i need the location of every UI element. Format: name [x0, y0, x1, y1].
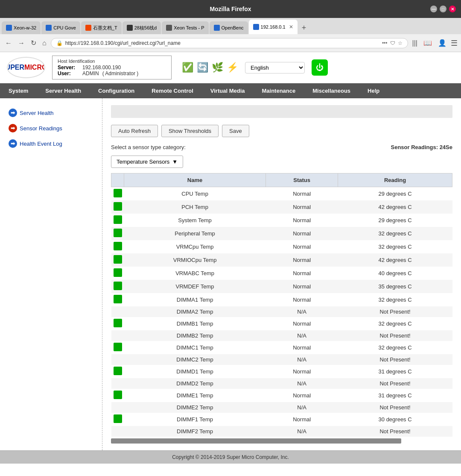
close-button[interactable]: ✕: [449, 6, 456, 12]
status-indicator-cell: [111, 280, 124, 293]
maximize-button[interactable]: □: [440, 6, 446, 12]
sensor-reading-cell: 32 degrees C: [338, 293, 452, 306]
sensor-status-cell: Normal: [266, 365, 338, 378]
forward-button[interactable]: →: [16, 38, 26, 48]
sensor-reading-cell: Not Present!: [338, 402, 452, 413]
sensor-name-cell: System Temp: [124, 214, 266, 227]
minimize-button[interactable]: —: [430, 6, 437, 12]
tab-label: Xeon Tests - P: [174, 25, 204, 30]
sidebar-item-health-event-log[interactable]: ➡ Health Event Log: [3, 136, 99, 151]
status-indicator-cell: [111, 240, 124, 253]
sidebar-label-health-event-log: Health Event Log: [20, 141, 62, 147]
tab-label: 石墨文档_T: [93, 25, 117, 31]
sensor-status-cell: N/A: [266, 306, 338, 317]
sensor-reading-cell: Not Present!: [338, 378, 452, 389]
tab-28core[interactable]: 28核56线d: [123, 21, 161, 34]
sensor-status-cell: Normal: [266, 413, 338, 426]
sidebar-item-sensor-readings[interactable]: ➡ Sensor Readings: [3, 120, 99, 136]
status-indicator-cell: [111, 330, 124, 341]
sidebar: ➡ Server Health ➡ Sensor Readings ➡ Heal…: [0, 98, 102, 450]
sensor-type-dropdown[interactable]: Temperature Sensors ▼: [111, 156, 183, 168]
sensor-status-cell: Normal: [266, 200, 338, 214]
status-indicator-cell: [111, 354, 124, 365]
user-label: User:: [58, 71, 79, 76]
sensor-name-cell: VRMABC Temp: [124, 267, 266, 280]
sensor-reading-cell: 42 degrees C: [338, 200, 452, 214]
address-input[interactable]: 🔒 https://192.168.0.190/cgi/url_redirect…: [51, 38, 408, 48]
status-indicator-cell: [111, 200, 124, 214]
hamburger-menu[interactable]: ☰: [451, 38, 458, 48]
sensor-name-cell: VRMDEF Temp: [124, 280, 266, 293]
sidebar-label-server-health: Server Health: [20, 110, 53, 116]
status-indicator-cell: [111, 402, 124, 413]
language-select[interactable]: English Japanese Chinese: [245, 62, 305, 73]
tab-shimo[interactable]: 石墨文档_T: [81, 21, 122, 34]
sensor-status-cell: Normal: [266, 341, 338, 354]
tab-favicon: [127, 25, 133, 31]
tab-xeon-w32[interactable]: Xeon-w-32: [2, 21, 41, 34]
status-green-indicator: [114, 282, 122, 290]
status-indicator-cell: [111, 378, 124, 389]
horizontal-scrollbar[interactable]: [111, 438, 401, 444]
table-row: VRMABC TempNormal40 degrees C: [111, 267, 452, 280]
nav-miscellaneous[interactable]: Miscellaneous: [304, 83, 359, 98]
tab-xeon-tests[interactable]: Xeon Tests - P: [162, 21, 208, 34]
tab-cpu-gove[interactable]: CPU Gove: [41, 21, 80, 34]
new-tab-button[interactable]: +: [298, 21, 310, 34]
back-button[interactable]: ←: [3, 38, 14, 48]
power-button[interactable]: ⏻: [312, 59, 328, 76]
power-orange-icon: ⚡: [227, 62, 238, 73]
reader-button[interactable]: 📖: [422, 38, 434, 48]
profile-button[interactable]: 👤: [436, 38, 448, 48]
reload-button[interactable]: ↻: [29, 38, 38, 48]
nav-virtual-media[interactable]: Virtual Media: [202, 83, 254, 98]
status-green-indicator: [114, 391, 122, 399]
host-id-title: Host Identification: [58, 59, 166, 64]
sensor-status-cell: Normal: [266, 187, 338, 201]
browser-titlebar: Mozilla Firefox — □ ✕: [0, 0, 461, 18]
status-indicator-cell: [111, 413, 124, 426]
status-green-indicator: [114, 255, 122, 264]
logo-text-super: SUPER: [7, 64, 24, 71]
sensor-name-cell: DIMMD2 Temp: [124, 378, 266, 389]
tab-192-168[interactable]: 192.168.0.1 ✕: [249, 20, 298, 34]
tab-label: CPU Gove: [53, 25, 76, 30]
sensor-category-row: Select a sensor type category: Sensor Re…: [111, 144, 452, 150]
browser-title: Mozilla Firefox: [210, 6, 251, 12]
dots-icon[interactable]: •••: [382, 40, 388, 46]
sidebar-icon-server-health: ➡: [9, 109, 17, 117]
sidebar-item-server-health[interactable]: ➡ Server Health: [3, 105, 99, 120]
sensor-status-cell: Normal: [266, 253, 338, 267]
nav-system[interactable]: System: [0, 83, 37, 98]
sensor-name-cell: PCH Temp: [124, 200, 266, 214]
status-green-indicator: [114, 215, 122, 224]
status-green-indicator: [114, 202, 122, 211]
tab-openbench[interactable]: OpenBenc: [210, 21, 248, 34]
nav-server-health[interactable]: Server Health: [37, 83, 90, 98]
table-row: DIMMB2 TempN/ANot Present!: [111, 330, 452, 341]
nav-maintenance[interactable]: Maintenance: [253, 83, 304, 98]
table-row: VRMCpu TempNormal32 degrees C: [111, 240, 452, 253]
sensor-reading-cell: 29 degrees C: [338, 187, 452, 201]
nav-help[interactable]: Help: [359, 83, 388, 98]
star-icon[interactable]: ☆: [398, 40, 403, 46]
refresh-icon[interactable]: 🔄: [197, 62, 208, 73]
tab-label: OpenBenc: [222, 25, 244, 30]
sensor-name-cell: DIMME2 Temp: [124, 402, 266, 413]
sidebar-icon-sensor-readings: ➡: [9, 124, 17, 132]
sensor-status-cell: Normal: [266, 317, 338, 330]
nav-configuration[interactable]: Configuration: [90, 83, 143, 98]
shield-icon: 🛡: [390, 40, 395, 46]
auto-refresh-button[interactable]: Auto Refresh: [111, 125, 158, 137]
nav-remote-control[interactable]: Remote Control: [143, 83, 202, 98]
show-thresholds-button[interactable]: Show Thresholds: [161, 125, 219, 137]
bookmarks-button[interactable]: |||: [411, 38, 419, 48]
save-button[interactable]: Save: [222, 125, 249, 137]
sensor-status-cell: Normal: [266, 389, 338, 402]
table-row: DIMMF2 TempN/ANot Present!: [111, 426, 452, 437]
sensor-status-cell: N/A: [266, 426, 338, 437]
home-button[interactable]: ⌂: [41, 38, 48, 48]
page-footer: Copyright © 2014-2019 Super Micro Comput…: [0, 450, 461, 464]
col-reading: Reading: [338, 173, 452, 187]
tab-close-icon[interactable]: ✕: [289, 24, 293, 30]
